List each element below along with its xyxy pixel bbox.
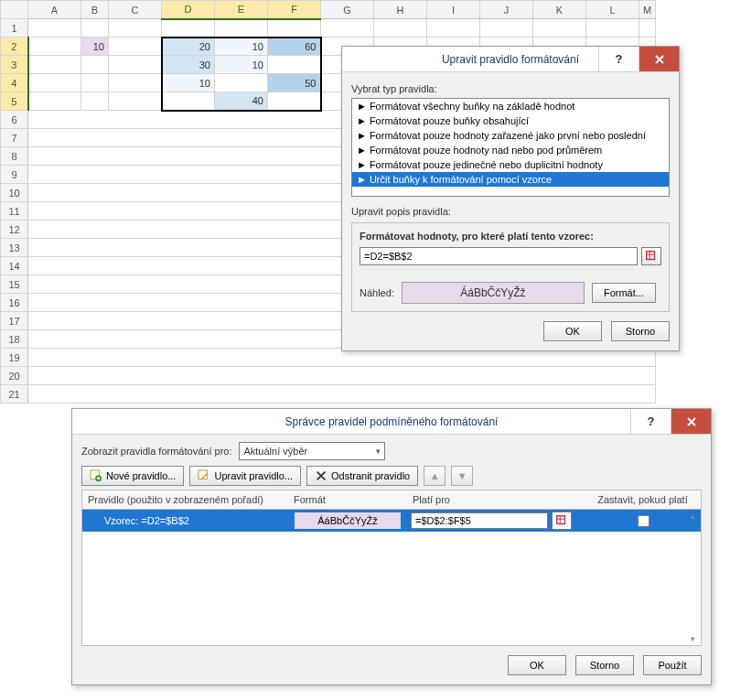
- rule-type-list[interactable]: ►Formátovat všechny buňky na základě hod…: [351, 98, 670, 197]
- col-header[interactable]: L: [586, 1, 639, 19]
- rule-type-option[interactable]: ►Formátovat pouze buňky obsahující: [352, 113, 669, 128]
- col-header[interactable]: B: [81, 1, 109, 19]
- move-up-button[interactable]: ▲: [424, 466, 446, 486]
- rule-type-option-selected[interactable]: ►Určit buňky k formátování pomocí vzorce: [352, 172, 669, 187]
- cell-B2[interactable]: 10: [81, 38, 109, 56]
- row-header[interactable]: 3: [1, 56, 28, 74]
- cell-F2[interactable]: 60: [268, 38, 321, 56]
- row-header[interactable]: 9: [1, 166, 28, 184]
- row-header[interactable]: 2: [1, 38, 28, 56]
- rule-row[interactable]: Vzorec: =D2=$B$2 ÁáBbČčYyŽž: [82, 510, 701, 532]
- col-header[interactable]: M: [639, 1, 656, 19]
- rules-table[interactable]: Vzorec: =D2=$B$2 ÁáBbČčYyŽž ▴ ▾: [81, 509, 702, 646]
- cell-F3[interactable]: [268, 56, 321, 74]
- cell-E4[interactable]: [215, 74, 268, 92]
- scope-select[interactable]: Aktuální výběr ▾: [239, 442, 385, 460]
- col-header[interactable]: K: [533, 1, 586, 19]
- range-picker-icon: [645, 250, 658, 263]
- row-header[interactable]: 14: [1, 257, 28, 275]
- row-header[interactable]: 16: [1, 294, 28, 312]
- applies-to-input[interactable]: [411, 512, 548, 529]
- row-header[interactable]: 6: [1, 111, 28, 129]
- formula-input[interactable]: [360, 247, 638, 265]
- row-header[interactable]: 1: [1, 19, 28, 38]
- cell-E3[interactable]: 10: [215, 56, 268, 74]
- apply-button[interactable]: Použít: [643, 655, 702, 675]
- rule-type-option[interactable]: ►Formátovat pouze hodnoty nad nebo pod p…: [352, 143, 669, 157]
- rule-type-option[interactable]: ►Formátovat všechny buňky na základě hod…: [352, 99, 669, 113]
- edit-rule-button[interactable]: Upravit pravidlo...: [189, 466, 301, 486]
- delete-rule-button[interactable]: Odstranit pravidlo: [306, 466, 418, 486]
- row-header[interactable]: 18: [1, 330, 28, 349]
- col-header[interactable]: G: [321, 1, 374, 19]
- dialog-titlebar[interactable]: Upravit pravidlo formátování ?: [342, 47, 679, 72]
- row-header[interactable]: 4: [1, 74, 28, 92]
- row-header[interactable]: 21: [1, 385, 28, 404]
- select-rule-type-label: Vybrat typ pravidla:: [351, 83, 670, 94]
- move-down-button[interactable]: ▼: [451, 466, 473, 486]
- close-button[interactable]: [639, 47, 679, 71]
- svg-rect-0: [647, 252, 655, 260]
- preview-label: Náhled:: [360, 287, 394, 298]
- col-header[interactable]: H: [374, 1, 427, 19]
- cell-F5[interactable]: [268, 92, 321, 111]
- scrollbar[interactable]: ▴ ▾: [686, 512, 699, 643]
- format-preview: ÁáBbČčYyŽž: [402, 282, 585, 304]
- row-header[interactable]: 8: [1, 147, 28, 166]
- close-button[interactable]: [671, 409, 711, 434]
- cell-D3[interactable]: 30: [162, 56, 215, 74]
- cell-D4[interactable]: 10: [162, 74, 215, 92]
- cell-E5[interactable]: 40: [215, 92, 268, 111]
- col-header[interactable]: F: [268, 1, 321, 19]
- rules-table-header: Pravidlo (použito v zobrazeném pořadí) F…: [81, 490, 702, 509]
- help-button[interactable]: ?: [630, 409, 671, 434]
- new-rule-button[interactable]: Nové pravidlo...: [81, 466, 184, 486]
- close-icon: [686, 416, 697, 427]
- row-header[interactable]: 20: [1, 367, 28, 385]
- range-picker-icon: [555, 514, 568, 527]
- delete-rule-icon: [315, 469, 327, 482]
- cell-E2[interactable]: 10: [215, 38, 268, 56]
- stop-if-true-checkbox[interactable]: [638, 515, 649, 527]
- scroll-down-icon: ▾: [686, 634, 699, 643]
- rule-format-preview: ÁáBbČčYyŽž: [294, 512, 402, 530]
- edit-rule-dialog: Upravit pravidlo formátování ? Vybrat ty…: [341, 46, 680, 351]
- row-header[interactable]: 15: [1, 275, 28, 294]
- col-header[interactable]: I: [427, 1, 480, 19]
- cancel-button[interactable]: Storno: [611, 321, 670, 341]
- cell-D5[interactable]: [162, 92, 215, 111]
- cell-F4[interactable]: 50: [268, 74, 321, 92]
- cancel-button[interactable]: Storno: [575, 655, 634, 675]
- col-header[interactable]: J: [480, 1, 533, 19]
- row-header[interactable]: 12: [1, 221, 28, 239]
- rule-name: Vzorec: =D2=$B$2: [88, 515, 294, 526]
- format-button[interactable]: Formát...: [592, 283, 656, 303]
- range-picker-button[interactable]: [641, 247, 661, 265]
- scope-select-value: Aktuální výběr: [243, 446, 307, 457]
- dialog-titlebar[interactable]: Správce pravidel podmíněného formátování…: [72, 409, 711, 435]
- range-picker-button[interactable]: [552, 512, 572, 530]
- new-rule-icon: [90, 469, 102, 482]
- help-button[interactable]: ?: [598, 47, 639, 71]
- dialog-title: Správce pravidel podmíněného formátování: [72, 415, 711, 428]
- ok-button[interactable]: OK: [508, 655, 566, 675]
- ok-button[interactable]: OK: [543, 321, 602, 341]
- rule-type-option[interactable]: ►Formátovat pouze jedinečné nebo duplici…: [352, 157, 669, 172]
- col-header[interactable]: A: [28, 1, 81, 19]
- col-header[interactable]: D: [162, 1, 215, 19]
- row-header[interactable]: 11: [1, 202, 28, 221]
- row-header[interactable]: 7: [1, 129, 28, 147]
- row-header[interactable]: 10: [1, 184, 28, 202]
- close-icon: [654, 54, 665, 65]
- row-header[interactable]: 13: [1, 239, 28, 257]
- row-header[interactable]: 17: [1, 312, 28, 330]
- col-header[interactable]: C: [109, 1, 162, 19]
- row-header[interactable]: 5: [1, 92, 28, 111]
- rule-type-option[interactable]: ►Formátovat pouze hodnoty zařazené jako …: [352, 128, 669, 143]
- cell-D2[interactable]: 20: [162, 38, 215, 56]
- rule-desc-group: Formátovat hodnoty, pro které platí tent…: [351, 222, 670, 312]
- edit-rule-icon: [198, 469, 210, 482]
- col-header[interactable]: E: [215, 1, 268, 19]
- row-header[interactable]: 19: [1, 349, 28, 367]
- corner-cell[interactable]: [1, 1, 28, 19]
